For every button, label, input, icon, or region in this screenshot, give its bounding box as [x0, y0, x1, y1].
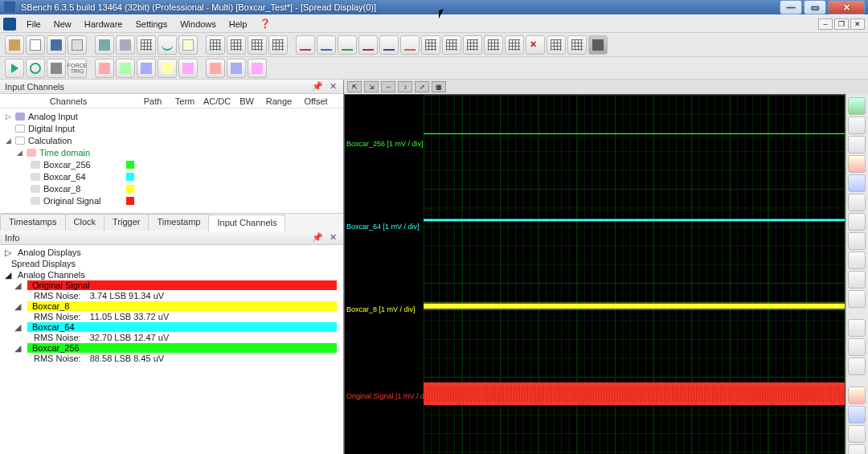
tool-dark-icon[interactable]: [588, 35, 608, 55]
rt-trigA-icon[interactable]: [848, 387, 866, 404]
menu-hardware[interactable]: Hardware: [79, 18, 129, 31]
rt-marker-icon[interactable]: [848, 213, 866, 231]
tree-time-domain[interactable]: ◢Time domain: [0, 146, 343, 158]
menu-settings[interactable]: Settings: [129, 18, 173, 31]
tool-a3-icon[interactable]: [137, 59, 156, 78]
tool-a5-icon[interactable]: [178, 59, 198, 78]
tab-clock[interactable]: Clock: [65, 214, 105, 231]
rt-measure-icon[interactable]: [848, 252, 866, 269]
tool-chan-icon[interactable]: [137, 35, 156, 55]
col-path[interactable]: Path: [137, 96, 169, 106]
mdi-minimize[interactable]: –: [818, 18, 833, 30]
tool-play-icon[interactable]: [5, 59, 24, 78]
rt-cursorB-icon[interactable]: [848, 174, 866, 192]
info-spread-displays[interactable]: Spread Displays: [0, 258, 343, 269]
tool-layout5-icon[interactable]: [505, 35, 524, 55]
scope-display[interactable]: Boxcar_256 [1 mV / div] Boxcar_64 [1 mV …: [344, 94, 845, 454]
tool-loop-icon[interactable]: [26, 59, 45, 78]
tool-wave4-icon[interactable]: [358, 35, 378, 55]
mdi-restore[interactable]: ❐: [834, 18, 849, 30]
tool-open-icon[interactable]: [5, 35, 24, 55]
rt-func-icon[interactable]: [848, 232, 866, 250]
tool-trig-icon[interactable]: [158, 35, 177, 55]
tool-new-icon[interactable]: [26, 35, 45, 55]
info-bar-boxcar64[interactable]: ◢Boxcar_64: [27, 322, 337, 332]
rt-layout-icon[interactable]: [848, 136, 866, 153]
close-button[interactable]: [828, 0, 865, 14]
tool-hw-icon[interactable]: [95, 35, 114, 55]
tool-graph3-icon[interactable]: [248, 35, 267, 55]
rt-misc1-icon[interactable]: [848, 444, 866, 454]
tool-layout3-icon[interactable]: [463, 35, 482, 55]
col-channels[interactable]: Channels: [0, 96, 137, 106]
menu-file[interactable]: File: [21, 18, 47, 31]
col-bw[interactable]: BW: [233, 96, 260, 106]
maximize-button[interactable]: [804, 0, 826, 14]
tree-signal-original[interactable]: Original Signal: [0, 194, 343, 207]
info-bar-boxcar8[interactable]: ◢Boxcar_8: [27, 301, 337, 311]
tab-input-channels[interactable]: Input Channels: [208, 215, 285, 231]
tool-b1-icon[interactable]: [206, 59, 225, 78]
tool-a1-icon[interactable]: [95, 59, 114, 78]
scope-tool6-icon[interactable]: ▦: [432, 81, 446, 92]
info-bar-original[interactable]: ◢Original Signal: [27, 280, 337, 290]
tool-wave5-icon[interactable]: [379, 35, 399, 55]
rt-trigB-icon[interactable]: [848, 406, 866, 423]
tool-clock-icon[interactable]: [178, 35, 198, 55]
tree-calculation[interactable]: ◢Calculation: [0, 134, 343, 146]
menu-new[interactable]: New: [48, 18, 77, 31]
col-offset[interactable]: Offset: [297, 96, 334, 106]
tool-graph4-icon[interactable]: [268, 35, 288, 55]
tool-cfg-icon[interactable]: [116, 35, 135, 55]
tree-signal-boxcar256[interactable]: Boxcar_256: [0, 158, 343, 170]
rt-fitH-icon[interactable]: [848, 319, 866, 337]
col-acdc[interactable]: AC/DC: [201, 96, 233, 106]
tool-wave3-icon[interactable]: [338, 35, 357, 55]
tool-copy-icon[interactable]: [68, 35, 87, 55]
rt-cursorA-icon[interactable]: [848, 155, 866, 173]
col-term[interactable]: Term: [169, 96, 201, 106]
scope-tool2-icon[interactable]: ⇲: [364, 81, 379, 92]
tool-b2-icon[interactable]: [227, 59, 246, 78]
tool-layout1-icon[interactable]: [421, 35, 440, 55]
rt-xy-icon[interactable]: [848, 117, 866, 134]
tool-delete-icon[interactable]: ✕: [526, 35, 545, 55]
panel-pin-icon[interactable]: 📌: [310, 81, 325, 92]
scope-tool3-icon[interactable]: ↔: [381, 81, 395, 92]
info-bar-boxcar256[interactable]: ◢Boxcar_256: [27, 343, 337, 353]
rt-fitAll-icon[interactable]: [848, 358, 866, 375]
tool-stop-icon[interactable]: [47, 59, 66, 78]
tool-force-trig-icon[interactable]: FORCETRIG: [68, 59, 87, 78]
info-close-icon[interactable]: ✕: [328, 232, 338, 243]
tool-table2-icon[interactable]: [567, 35, 587, 55]
col-range[interactable]: Range: [260, 96, 297, 106]
tool-layout4-icon[interactable]: [484, 35, 503, 55]
rt-fitV-icon[interactable]: [848, 338, 866, 356]
rt-grid-icon[interactable]: [848, 97, 866, 115]
tool-wave1-icon[interactable]: [296, 35, 315, 55]
menu-help-icon[interactable]: ❓: [254, 17, 276, 31]
tree-signal-boxcar64[interactable]: Boxcar_64: [0, 170, 343, 182]
scope-tool5-icon[interactable]: ⤢: [415, 81, 429, 92]
tool-graph2-icon[interactable]: [227, 35, 246, 55]
tool-a4-icon[interactable]: [158, 59, 177, 78]
tool-b3-icon[interactable]: [248, 59, 267, 78]
scope-tool4-icon[interactable]: ↕: [398, 81, 412, 92]
menu-windows[interactable]: Windows: [174, 18, 222, 31]
tool-table1-icon[interactable]: [547, 35, 566, 55]
rt-zoom-icon[interactable]: [848, 194, 866, 211]
mdi-close[interactable]: ✕: [850, 18, 865, 30]
info-analog-channels[interactable]: ◢Analog Channels: [0, 269, 343, 280]
tool-graph1-icon[interactable]: [206, 35, 225, 55]
tool-layout2-icon[interactable]: [442, 35, 461, 55]
minimize-button[interactable]: [780, 0, 802, 14]
tab-trigger[interactable]: Trigger: [104, 214, 149, 231]
tree-analog-input[interactable]: ▷Analog Input: [0, 110, 343, 122]
menu-help[interactable]: Help: [223, 18, 253, 31]
rt-fit-icon[interactable]: [848, 290, 866, 308]
rt-scale-icon[interactable]: [848, 271, 866, 288]
tree-signal-boxcar8[interactable]: Boxcar_8: [0, 182, 343, 194]
tree-digital-input[interactable]: Digital Input: [0, 122, 343, 134]
info-analog-displays[interactable]: ▷Analog Displays: [0, 247, 343, 258]
tool-wave2-icon[interactable]: [317, 35, 336, 55]
